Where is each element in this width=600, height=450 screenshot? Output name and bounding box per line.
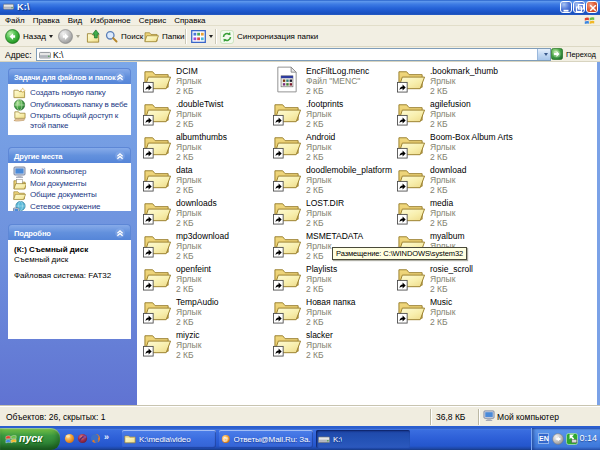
panel-header-2[interactable]: Подробно	[8, 224, 131, 240]
start-button[interactable]: пуск	[0, 428, 60, 450]
file-type: Ярлык	[176, 208, 201, 218]
address-combo[interactable]: K:\	[36, 48, 551, 61]
file-name: doodlemobile_platform	[306, 165, 392, 175]
task-link-my-documents[interactable]: Мои документы	[12, 178, 129, 190]
panel-body-1: Мой компьютерМои документыОбщие документ…	[8, 163, 131, 211]
file-tile[interactable]: slackerЯрлык2 КБ	[270, 328, 396, 361]
file-tile[interactable]: .bookmark_thumbЯрлык2 КБ	[394, 64, 520, 97]
file-type: Ярлык	[430, 175, 455, 185]
file-tile[interactable]: TempAudioЯрлык2 КБ	[140, 295, 266, 328]
folders-button[interactable]: Папки	[144, 26, 185, 47]
start-windows-logo-icon	[5, 433, 17, 445]
close-button[interactable]	[586, 1, 598, 13]
up-button[interactable]	[86, 26, 101, 47]
collapse-chevron-icon	[115, 228, 125, 238]
status-size: 36,8 КБ	[436, 412, 465, 422]
task-link-new-folder[interactable]: Создать новую папку	[12, 87, 129, 99]
file-tile[interactable]: openfeintЯрлык2 КБ	[140, 262, 266, 295]
back-button[interactable]: Назад	[5, 26, 53, 47]
task-link-share-folder[interactable]: Открыть общий доступ к этой папке	[12, 110, 129, 131]
folder-shortcut-icon	[396, 98, 427, 127]
file-name: rosie_scroll	[430, 264, 473, 274]
shared-documents-icon	[13, 189, 26, 201]
address-dropdown-button[interactable]	[537, 49, 550, 60]
desktop-screen: K:\ ФайлПравкаВидИзбранноеСервисСправка …	[0, 0, 600, 450]
file-tile[interactable]: doodlemobile_platformЯрлык2 КБ	[270, 163, 396, 196]
folder-shortcut-icon	[142, 131, 173, 160]
firefox-app-icon[interactable]	[90, 433, 101, 444]
status-divider2	[478, 409, 479, 425]
file-tile[interactable]: mediaЯрлык2 КБ	[394, 196, 520, 229]
folder-shortcut-icon	[396, 296, 427, 325]
task-label: Мои документы	[30, 179, 129, 188]
system-tray: EN 0:14	[531, 428, 600, 450]
file-tile[interactable]: mp3downloadЯрлык2 КБ	[140, 229, 266, 262]
menu-item-4[interactable]: Сервис	[135, 15, 170, 26]
file-name: Новая папка	[306, 297, 356, 307]
taskbar-button-1[interactable]: Ответы@Mail.Ru: За...	[219, 430, 313, 448]
language-indicator[interactable]: EN	[538, 433, 549, 444]
forward-button[interactable]	[58, 26, 80, 47]
file-list-area[interactable]: DCIMЯрлык2 КБ.doubleTwistЯрлык2 КБalbumt…	[137, 62, 597, 406]
restore-button[interactable]	[573, 1, 585, 13]
menu-item-0[interactable]: Файл	[1, 15, 29, 26]
orange-ball-app-icon[interactable]	[64, 433, 75, 444]
menu-item-3[interactable]: Избранное	[86, 15, 135, 26]
taskbar-button-0[interactable]: K:\media\video	[122, 430, 216, 448]
file-tile[interactable]: .footprintsЯрлык2 КБ	[270, 97, 396, 130]
safely-remove-icon[interactable]	[566, 433, 578, 445]
file-tile[interactable]: MusicЯрлык2 КБ	[394, 295, 520, 328]
search-button[interactable]: Поиск	[105, 26, 143, 47]
task-link-shared-documents[interactable]: Общие документы	[12, 189, 129, 201]
file-name: EncFiltLog.menc	[306, 66, 369, 76]
file-tile[interactable]: PlaylistsЯрлык2 КБ	[270, 262, 396, 295]
forward-dropdown-caret[interactable]	[76, 35, 80, 38]
views-button[interactable]	[191, 26, 213, 47]
file-tile[interactable]: downloadЯрлык2 КБ	[394, 163, 520, 196]
file-tile[interactable]: miyzicЯрлык2 КБ	[140, 328, 266, 361]
file-tile[interactable]: .doubleTwistЯрлык2 КБ	[140, 97, 266, 130]
file-tile[interactable]: DCIMЯрлык2 КБ	[140, 64, 266, 97]
file-type: Ярлык	[306, 142, 331, 152]
file-tile[interactable]: AndroidЯрлык2 КБ	[270, 130, 396, 163]
file-size: 2 КБ	[306, 218, 324, 228]
details-line-1: Файловая система: FAT32	[14, 271, 129, 280]
media-player-app-icon[interactable]	[77, 433, 88, 444]
task-link-publish-web[interactable]: Опубликовать папку в вебе	[12, 99, 129, 111]
file-tile[interactable]: EncFiltLog.mencФайл "MENC"2 КБ	[270, 64, 396, 97]
sync-button[interactable]: Синхронизация папки	[220, 26, 318, 47]
menu-item-1[interactable]: Правка	[29, 15, 64, 26]
file-tile[interactable]: albumthumbsЯрлык2 КБ	[140, 130, 266, 163]
file-tile[interactable]: Новая папкаЯрлык2 КБ	[270, 295, 396, 328]
panel-title: Другие места	[14, 152, 62, 161]
quicklaunch-overflow-chevron[interactable]: »	[104, 432, 109, 442]
file-tile[interactable]: dataЯрлык2 КБ	[140, 163, 266, 196]
panel-header-0[interactable]: Задачи для файлов и папок	[8, 68, 131, 84]
minimize-button[interactable]	[560, 1, 572, 13]
toolbar: Назад Поиск Папки Синхронизация папки	[0, 26, 600, 47]
task-link-my-computer[interactable]: Мой компьютер	[12, 166, 129, 178]
file-tile[interactable]: downloadsЯрлык2 КБ	[140, 196, 266, 229]
folder-shortcut-icon	[396, 131, 427, 160]
folder-shortcut-icon	[142, 98, 173, 127]
file-size: 2 КБ	[176, 152, 194, 162]
task-link-network[interactable]: Сетевое окружение	[12, 201, 129, 211]
menu-item-2[interactable]: Вид	[64, 15, 86, 26]
folder-shortcut-icon	[272, 329, 303, 358]
file-tile[interactable]: agilefusionЯрлык2 КБ	[394, 97, 520, 130]
taskbar-button-2[interactable]: K:\	[316, 430, 410, 448]
file-tile[interactable]: rosie_scrollЯрлык2 КБ	[394, 262, 520, 295]
file-tile[interactable]: LOST.DIRЯрлык2 КБ	[270, 196, 396, 229]
folder-shortcut-icon	[396, 197, 427, 226]
go-button[interactable]: Переход	[551, 48, 596, 60]
file-name: .bookmark_thumb	[430, 66, 498, 76]
menu-item-5[interactable]: Справка	[170, 15, 209, 26]
back-dropdown-caret[interactable]	[49, 35, 53, 38]
task-label: Мой компьютер	[30, 167, 129, 176]
tray-device-icon[interactable]	[552, 433, 564, 445]
file-tile[interactable]: Boom-Box Album ArtsЯрлык2 КБ	[394, 130, 520, 163]
views-dropdown-caret[interactable]	[209, 35, 213, 38]
task-panel-1: Другие местаМой компьютерМои документыОб…	[8, 147, 131, 211]
panel-header-1[interactable]: Другие места	[8, 147, 131, 163]
folder-icon	[124, 434, 136, 444]
